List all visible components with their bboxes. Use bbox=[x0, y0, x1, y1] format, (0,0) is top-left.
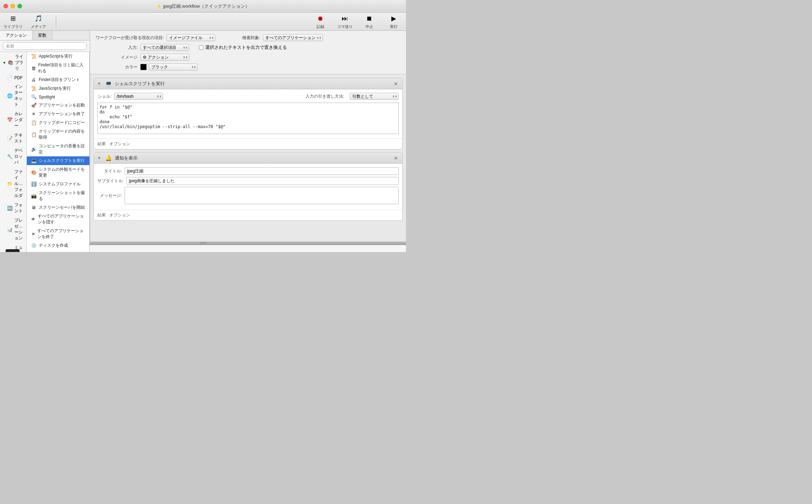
action-item-9[interactable]: 🔊コンピュータの音量を設定 bbox=[27, 142, 89, 156]
sidebar-category-8[interactable]: 📊プレゼ…ーション bbox=[0, 216, 27, 243]
action-item-10[interactable]: 💻シェルスクリプトを実行 bbox=[27, 156, 89, 165]
main-layout: アクション 変数 ▼📚ライブラリ📄PDF🌐インターネット📅カレンダー📝テキスト🔧… bbox=[0, 31, 406, 242]
notification-title-input[interactable] bbox=[125, 167, 399, 175]
action-label: Spotlight bbox=[39, 95, 55, 99]
search-target-select[interactable]: すべてのアプリケーション bbox=[263, 34, 323, 41]
action-item-12[interactable]: ℹ️システムプロファイル bbox=[27, 180, 89, 188]
notification-results-tab[interactable]: 結果 bbox=[97, 212, 106, 219]
action-item-17[interactable]: 💿ディスクを作成 bbox=[27, 241, 89, 250]
action-item-7[interactable]: 📋クリップボードにコピー bbox=[27, 118, 89, 127]
action-item-5[interactable]: 🚀アプリケーションを起動 bbox=[27, 101, 89, 110]
sidebar-category-0[interactable]: ▼📚ライブラリ bbox=[0, 52, 27, 73]
notification-options-tab[interactable]: オプション bbox=[109, 212, 130, 219]
close-button[interactable] bbox=[3, 4, 8, 8]
action-item-15[interactable]: 👁すべてのアプリケーションを隠す bbox=[27, 212, 89, 227]
color-select[interactable]: ブラック bbox=[149, 64, 198, 71]
action-item-3[interactable]: 📜JavaScriptを実行 bbox=[27, 84, 89, 93]
library-icon: ⊞ bbox=[8, 14, 18, 23]
shell-results-tab[interactable]: 結果 bbox=[97, 140, 106, 148]
tab-variables[interactable]: 変数 bbox=[32, 31, 52, 40]
stop-button[interactable]: ⏹ 中止 bbox=[361, 14, 378, 29]
sidebar-category-5[interactable]: 🔧デベロッパ bbox=[0, 146, 27, 167]
run-icon: ▶ bbox=[389, 14, 399, 23]
notification-block: ▼ 🔔 通知を表示 ✕ タイトル: サブタイトル: メッセージ: bbox=[94, 152, 403, 221]
record-button[interactable]: ⏺ 記録 bbox=[312, 14, 329, 29]
shell-close-button[interactable]: ✕ bbox=[393, 81, 399, 87]
sidebar-category-7[interactable]: 🔤フォント bbox=[0, 200, 27, 216]
action-item-8[interactable]: 📋クリップボードの内容を取得 bbox=[27, 127, 89, 142]
action-item-1[interactable]: 🗑Finder項目をゴミ箱に入れる bbox=[27, 61, 89, 75]
image-select[interactable]: ⚙ アクション bbox=[140, 54, 189, 61]
search-target-label: 検索対象: bbox=[218, 35, 260, 41]
input-select-wrapper[interactable]: すべての選択項目 bbox=[140, 44, 189, 51]
tab-actions[interactable]: アクション bbox=[0, 31, 32, 40]
traffic-lights[interactable] bbox=[3, 4, 22, 8]
action-item-6[interactable]: ✕アプリケーションを終了 bbox=[27, 110, 89, 118]
sidebar-category-4[interactable]: 📝テキスト bbox=[0, 131, 27, 146]
sidebar-category-3[interactable]: 📅カレンダー bbox=[0, 109, 27, 131]
library-button[interactable]: ⊞ ライブラリ bbox=[3, 14, 23, 29]
shell-path-select-wrapper[interactable]: /bin/bash bbox=[114, 93, 163, 100]
action-item-13[interactable]: 📸スクリーンショットを撮る bbox=[27, 188, 89, 203]
input-select[interactable]: すべての選択項目 bbox=[140, 44, 189, 51]
step-icon: ⏭ bbox=[340, 14, 350, 23]
shell-script-header: ▼ 💻 シェルスクリプトを実行 ✕ bbox=[94, 78, 402, 89]
sidebar-category-6[interactable]: 📁ファイル…フォルダ bbox=[0, 167, 27, 200]
shell-options-tab[interactable]: オプション bbox=[109, 140, 130, 148]
shell-script-textarea[interactable]: for f in "$@" do echo "$f" done /usr/loc… bbox=[97, 103, 399, 134]
shell-path-select[interactable]: /bin/bash bbox=[114, 93, 163, 100]
replace-text-label: 選択されたテキストを出力で置き換える bbox=[205, 44, 287, 51]
workflow-receives-select-wrapper[interactable]: イメージファイル bbox=[167, 34, 215, 41]
record-label: 記録 bbox=[317, 24, 324, 29]
search-target-select-wrapper[interactable]: すべてのアプリケーション bbox=[263, 34, 323, 41]
replace-text-checkbox[interactable] bbox=[199, 45, 204, 50]
category-label: インターネット bbox=[14, 84, 24, 108]
workflow-row-2: 入力: すべての選択項目 選択されたテキストを出力で置き換える bbox=[96, 44, 400, 51]
stop-label: 中止 bbox=[366, 24, 373, 29]
action-label: Finder項目をプリント bbox=[39, 77, 80, 83]
category-icon: 📄 bbox=[7, 75, 13, 80]
notification-close-button[interactable]: ✕ bbox=[393, 155, 399, 161]
action-label: クリップボードにコピー bbox=[39, 120, 85, 126]
category-icon: 📝 bbox=[7, 136, 13, 141]
drag-dot-2 bbox=[202, 242, 204, 244]
action-icon: 💿 bbox=[31, 243, 37, 248]
notification-subtitle-row: サブタイトル: bbox=[97, 177, 399, 185]
action-icon: 🔍 bbox=[31, 94, 37, 99]
action-item-0[interactable]: 📜AppleScriptを実行 bbox=[27, 52, 89, 61]
minimize-button[interactable] bbox=[10, 4, 15, 8]
input-method-select[interactable]: 引数として bbox=[350, 93, 399, 100]
sidebar-category-2[interactable]: 🌐インターネット bbox=[0, 82, 27, 109]
action-icon: 📸 bbox=[31, 193, 37, 199]
search-input[interactable] bbox=[3, 42, 87, 50]
maximize-button[interactable] bbox=[17, 4, 22, 8]
color-select-wrapper[interactable]: ブラック bbox=[149, 64, 198, 71]
notification-subtitle-input[interactable] bbox=[126, 177, 399, 185]
input-method-select-wrapper[interactable]: 引数として bbox=[350, 93, 399, 100]
workflow-row-1: ワークフローが受け取る現在の項目: イメージファイル 検索対象: すべてのアプリ… bbox=[96, 34, 400, 41]
step-button[interactable]: ⏭ コマ送り bbox=[336, 14, 354, 29]
action-item-16[interactable]: ✕すべてのアプリケーションを終了 bbox=[27, 227, 89, 241]
notification-message-label: メッセージ: bbox=[97, 193, 122, 199]
image-select-wrapper[interactable]: ⚙ アクション bbox=[140, 54, 189, 61]
action-item-2[interactable]: 🖨Finder項目をプリント bbox=[27, 75, 89, 84]
category-icon: 🌐 bbox=[7, 93, 13, 98]
run-button[interactable]: ▶ 実行 bbox=[385, 14, 403, 29]
notification-message-textarea[interactable] bbox=[125, 187, 399, 204]
category-label: デベロッパ bbox=[14, 148, 24, 165]
shell-collapse-button[interactable]: ▼ bbox=[97, 82, 101, 86]
color-swatch[interactable] bbox=[140, 64, 147, 70]
sidebar-category-1[interactable]: 📄PDF bbox=[0, 73, 27, 82]
action-item-11[interactable]: 🎨システムの外観モードを変更 bbox=[27, 165, 89, 180]
media-button[interactable]: 🎵 メディア bbox=[30, 14, 47, 29]
toolbar-separator-1 bbox=[56, 15, 56, 28]
notification-message-row: メッセージ: bbox=[97, 187, 399, 204]
media-icon: 🎵 bbox=[34, 14, 43, 23]
action-item-4[interactable]: 🔍Spotlight bbox=[27, 93, 89, 101]
action-label: システムの外観モードを変更 bbox=[39, 166, 87, 178]
sidebar-tabs: アクション 変数 bbox=[0, 31, 90, 40]
action-icon: 📋 bbox=[31, 132, 37, 137]
notification-collapse-button[interactable]: ▼ bbox=[97, 156, 101, 160]
workflow-receives-select[interactable]: イメージファイル bbox=[167, 34, 215, 41]
action-item-14[interactable]: 🖥スクリーンセーバを開始 bbox=[27, 203, 89, 212]
